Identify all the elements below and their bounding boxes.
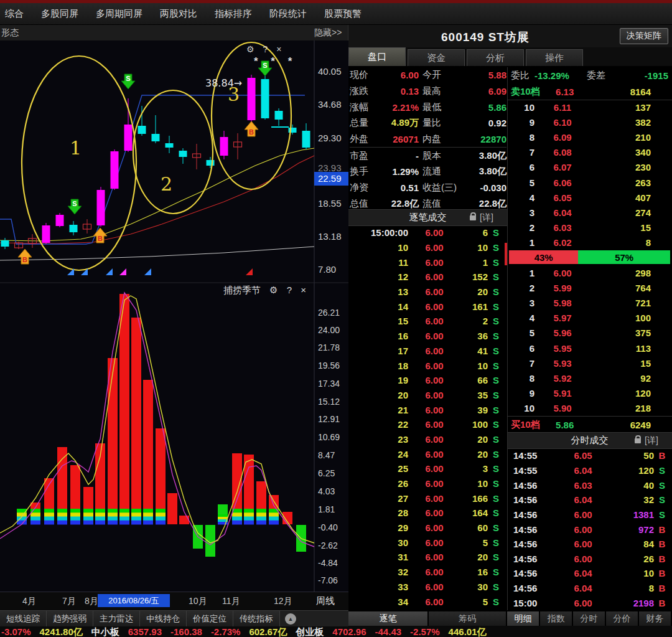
tick-trade-row[interactable]: 196.0066S bbox=[348, 373, 504, 388]
tick-trade-row[interactable]: 296.0060S bbox=[348, 521, 504, 536]
tick-trade-row[interactable]: 216.0039S bbox=[348, 402, 504, 417]
order-level-number: 3 bbox=[507, 207, 534, 218]
sell-order-row[interactable]: 56.06263 bbox=[507, 175, 672, 190]
help-icon[interactable]: ? bbox=[287, 285, 292, 295]
tick-trade-row[interactable]: 166.0036S bbox=[348, 329, 504, 344]
decision-matrix-button[interactable]: 决策矩阵 bbox=[620, 28, 668, 44]
tab-资金[interactable]: 资金 bbox=[408, 49, 465, 66]
tab-分析[interactable]: 分析 bbox=[467, 49, 524, 66]
tick-trades-list[interactable]: 15:00:006.006S106.0010S116.001S126.00152… bbox=[348, 225, 504, 609]
buy-order-row[interactable]: 95.91120 bbox=[507, 386, 672, 401]
detail-link[interactable]: [详] bbox=[645, 435, 672, 446]
tick-trade-row[interactable]: 126.00152S bbox=[348, 270, 504, 285]
weibi-value: -13.29% bbox=[534, 70, 569, 81]
tick-trade-row[interactable]: 316.0020S bbox=[348, 550, 504, 565]
buy-order-row[interactable]: 105.90218 bbox=[507, 401, 672, 416]
close-icon[interactable]: × bbox=[276, 44, 281, 54]
buy-order-row[interactable]: 55.96375 bbox=[507, 326, 672, 341]
time-trades-list[interactable]: 14:556.0550B14:556.04120S14:566.0340S14:… bbox=[507, 448, 670, 610]
tick-trade-row[interactable]: 186.0010S bbox=[348, 358, 504, 373]
buy-order-row[interactable]: 25.99764 bbox=[507, 280, 672, 295]
tick-trade-row[interactable]: 346.005S bbox=[348, 594, 504, 609]
sell-order-row[interactable]: 36.04274 bbox=[507, 205, 672, 220]
gear-icon[interactable]: ⚙ bbox=[269, 285, 278, 295]
tick-trade-row[interactable]: 276.00166S bbox=[348, 491, 504, 506]
tick-trade-row[interactable]: 176.0041S bbox=[348, 344, 504, 359]
time-trade-row[interactable]: 14:566.0026B bbox=[507, 551, 670, 566]
time-trade-row[interactable]: 15:006.002198B bbox=[507, 595, 670, 610]
time-trade-row[interactable]: 14:566.0432S bbox=[507, 493, 670, 507]
time-trade-row[interactable]: 14:566.048B bbox=[507, 581, 670, 596]
tick-trade-row[interactable]: 206.0035S bbox=[348, 388, 504, 403]
status-tab-趋势强弱[interactable]: 趋势强弱 bbox=[47, 611, 93, 626]
candle-chart-toolbar: ⚙ ? × bbox=[246, 44, 311, 54]
detail-link[interactable]: [详] bbox=[480, 212, 507, 224]
tick-trade-row[interactable]: 326.0016S bbox=[348, 565, 504, 580]
rainbow-segment bbox=[95, 521, 105, 525]
time-trade-row[interactable]: 14:566.00972B bbox=[507, 522, 670, 537]
tick-trade-row[interactable]: 286.00164S bbox=[348, 506, 504, 521]
tick-trade-row[interactable]: 156.002S bbox=[348, 314, 504, 329]
time-trade-row[interactable]: 14:566.0084B bbox=[507, 537, 670, 552]
tab-明细[interactable]: 明细 bbox=[507, 611, 540, 626]
close-icon[interactable]: × bbox=[301, 285, 306, 295]
tick-trade-row[interactable]: 236.0020S bbox=[348, 432, 504, 447]
buy-10-footer[interactable]: 买10档 5.86 6249 bbox=[507, 416, 672, 433]
tab-盘口[interactable]: 盘口 bbox=[348, 47, 406, 66]
buy-order-row[interactable]: 75.9315 bbox=[507, 356, 672, 370]
help-icon[interactable]: ? bbox=[263, 44, 268, 54]
time-trade-row[interactable]: 14:556.0550B bbox=[507, 448, 670, 463]
tick-trade-row[interactable]: 306.005S bbox=[348, 535, 504, 550]
order-price: 5.98 bbox=[534, 298, 590, 308]
rainbow-segment bbox=[83, 509, 93, 513]
tick-trade-row[interactable]: 116.001S bbox=[348, 255, 504, 270]
tick-trade-row[interactable]: 106.0010S bbox=[348, 240, 504, 255]
sell-order-row[interactable]: 106.11137 bbox=[507, 100, 672, 115]
sell-order-row[interactable]: 46.05407 bbox=[507, 190, 672, 205]
tab-财务[interactable]: 财务 bbox=[639, 611, 672, 626]
period-label[interactable]: 周线 bbox=[316, 595, 335, 607]
trade-volume: 1381 bbox=[609, 509, 654, 520]
buy-order-row[interactable]: 85.9292 bbox=[507, 370, 672, 385]
buy-order-row[interactable]: 35.98721 bbox=[507, 295, 672, 310]
tick-trade-row[interactable]: 336.0030S bbox=[348, 580, 504, 595]
chart-canvas[interactable]: 12338.84→SSSBBB40.0534.6829.3023.9318.55… bbox=[0, 0, 348, 637]
sell-order-row[interactable]: 76.08340 bbox=[507, 145, 672, 160]
order-level-number: 8 bbox=[507, 373, 534, 384]
collapse-button[interactable]: ▲ bbox=[285, 613, 296, 625]
gear-icon[interactable]: ⚙ bbox=[246, 44, 254, 54]
status-tab-短线追踪[interactable]: 短线追踪 bbox=[0, 611, 47, 626]
sell-order-row[interactable]: 96.10382 bbox=[507, 115, 672, 130]
buy-order-row[interactable]: 16.00298 bbox=[507, 265, 672, 280]
status-tab-中线持仓[interactable]: 中线持仓 bbox=[140, 611, 187, 626]
selected-date-badge[interactable]: 2016/08/26/五 bbox=[98, 594, 170, 607]
tick-trade-row[interactable]: 266.0010S bbox=[348, 476, 504, 491]
tab-操作[interactable]: 操作 bbox=[526, 49, 583, 66]
tick-trade-row[interactable]: 146.00161S bbox=[348, 299, 504, 314]
status-tab-主力雷达[interactable]: 主力雷达 bbox=[93, 611, 140, 626]
time-trade-row[interactable]: 14:566.001381S bbox=[507, 507, 670, 522]
tab-分时[interactable]: 分时 bbox=[573, 611, 606, 626]
status-tab-价值定位[interactable]: 价值定位 bbox=[187, 611, 233, 626]
tab-逐笔[interactable]: 逐笔 bbox=[348, 611, 429, 626]
sell-10-header[interactable]: 卖10档 6.13 8164 bbox=[507, 83, 672, 100]
tab-分价[interactable]: 分价 bbox=[606, 611, 639, 626]
tick-trade-row[interactable]: 136.0020S bbox=[348, 285, 504, 300]
sell-order-row[interactable]: 86.09210 bbox=[507, 130, 672, 144]
time-trade-row[interactable]: 14:556.04120S bbox=[507, 463, 670, 478]
tick-trade-row[interactable]: 15:00:006.006S bbox=[348, 225, 504, 240]
sell-order-row[interactable]: 16.028 bbox=[507, 235, 672, 250]
sell-order-row[interactable]: 66.07230 bbox=[507, 160, 672, 175]
tick-trade-row[interactable]: 246.0020S bbox=[348, 446, 504, 461]
buy-order-row[interactable]: 65.95113 bbox=[507, 341, 672, 356]
time-trade-row[interactable]: 14:566.0340S bbox=[507, 478, 670, 493]
tick-trade-row[interactable]: 226.00100S bbox=[348, 417, 504, 432]
sell-order-row[interactable]: 26.0315 bbox=[507, 220, 672, 235]
buy-order-row[interactable]: 45.97100 bbox=[507, 311, 672, 326]
tab-筹码[interactable]: 筹码 bbox=[429, 611, 507, 626]
time-trade-row[interactable]: 14:566.0410B bbox=[507, 566, 670, 581]
tick-trade-row[interactable]: 256.003S bbox=[348, 461, 504, 476]
trade-price: 6.00 bbox=[408, 478, 460, 489]
status-tab-传统指标[interactable]: 传统指标 bbox=[233, 611, 280, 626]
tab-指数[interactable]: 指数 bbox=[540, 611, 573, 626]
